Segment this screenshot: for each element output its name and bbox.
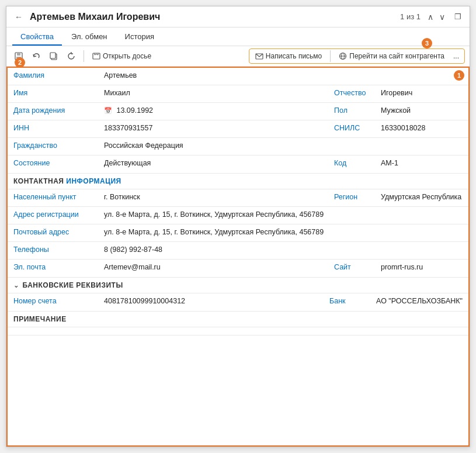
field-row-lastname: Фамилия Артемьев [8,68,468,85]
value-inn: 183370931557 [98,120,328,137]
label-firstname: Имя [8,85,98,102]
label-postal-address: Почтовый адрес [8,224,98,241]
more-button[interactable]: ... [450,50,462,62]
field-row-city: Населенный пункт г. Воткинск Регион Удму… [8,189,468,207]
toolbar-divider-2 [330,50,331,62]
label-reg-address: Адрес регистрации [8,207,98,224]
badge-1: 1 [454,70,464,81]
value-snils: 16330018028 [375,120,468,137]
value-dob: 📅 13.09.1992 [98,103,328,120]
label-account: Номер счета [8,293,98,311]
field-row-phones: Телефоны 8 (982) 992-87-48 [8,242,468,260]
tab-exchange[interactable]: Эл. обмен [63,29,115,46]
main-window: ← Артемьев Михаил Игоревич 1 из 1 ∧ ∨ ❐ … [6,6,470,447]
value-bank: АО "РОССЕЛЬХОЗБАНК" [370,293,468,311]
value-code: АМ-1 [375,155,468,173]
contact-fields-section: Населенный пункт г. Воткинск Регион Удму… [8,189,468,277]
pagination-label: 1 из 1 [400,12,421,21]
value-status: Действующая [98,155,328,173]
label-inn: ИНН [8,120,98,137]
value-phones: 8 (982) 992-87-48 [98,242,468,259]
label-patronymic: Отчество [328,85,375,102]
label-citizenship: Гражданство [8,138,98,155]
page-title: Артемьев Михаил Игоревич [30,12,160,22]
svg-rect-4 [50,53,55,58]
prev-arrow[interactable]: ∧ [425,12,436,22]
title-bar: ← Артемьев Михаил Игоревич 1 из 1 ∧ ∨ ❐ [6,6,470,27]
contact-header-text: КОНТАКТНАЯ ИНФОРМАЦИЯ [13,177,121,185]
refresh-button[interactable] [64,50,79,63]
label-lastname: Фамилия [8,68,98,85]
badge-3: 3 [422,38,432,49]
field-row-email: Эл. почта Artemev@mail.ru Сайт promrt-ru… [8,260,468,277]
note-header-text: ПРИМЕЧАНИЕ [13,315,67,323]
label-bank: Банк [324,293,370,311]
toolbar: Открыть досье Написать письмо Перейти на… [6,46,470,67]
bank-header-text: БАНКОВСКИЕ РЕКВИЗИТЫ [23,281,123,289]
value-postal-address: ул. 8-е Марта, д. 15, г. Воткинск, Удмур… [98,224,468,241]
value-reg-address: ул. 8-е Марта, д. 15, г. Воткинск, Удмур… [98,207,468,224]
svg-rect-1 [17,53,20,56]
next-arrow[interactable]: ∨ [437,12,447,22]
value-patronymic: Игоревич [375,85,468,102]
bank-section-header: ⌄ БАНКОВСКИЕ РЕКВИЗИТЫ [8,277,468,293]
value-firstname: Михаил [98,85,328,102]
bank-chevron-icon[interactable]: ⌄ [13,282,19,289]
toolbar-divider [84,50,84,62]
value-gender: Мужской [375,103,468,120]
label-city: Населенный пункт [8,189,98,206]
go-to-site-button[interactable]: Перейти на сайт контрагента [335,50,448,62]
badge-2: 2 [15,57,25,68]
main-fields-section: Фамилия Артемьев Имя Михаил Отчество Иго… [8,68,468,173]
copy-button[interactable] [46,50,61,63]
value-region: Удмуртская Республика [375,189,468,206]
value-site: promrt-rus.ru [375,260,468,277]
tab-properties[interactable]: Свойства [12,29,62,46]
tab-history[interactable]: История [117,29,162,46]
content-area: Фамилия Артемьев Имя Михаил Отчество Иго… [6,67,470,447]
open-dossier-button[interactable]: Открыть досье [89,50,155,62]
field-row-firstname: Имя Михаил Отчество Игоревич [8,85,468,103]
field-row-citizenship: Гражданство Российская Федерация [8,138,468,155]
field-row-postal-address: Почтовый адрес ул. 8-е Марта, д. 15, г. … [8,224,468,242]
note-content-area [8,327,468,336]
write-letter-button[interactable]: Написать письмо [252,50,325,62]
label-site: Сайт [328,260,375,277]
field-row-account: Номер счета 40817810099910004312 Банк АО… [8,293,468,311]
bank-fields-section: Номер счета 40817810099910004312 Банк АО… [8,293,468,311]
value-account: 40817810099910004312 [98,293,324,311]
value-lastname: Артемьев [98,68,468,85]
value-citizenship: Российская Федерация [98,138,468,155]
note-section-header: ПРИМЕЧАНИЕ [8,311,468,327]
label-phones: Телефоны [8,242,98,259]
calendar-icon: 📅 [104,107,112,114]
tabs-bar: Свойства Эл. обмен История [6,27,470,46]
expand-icon[interactable]: ❐ [452,11,464,22]
back-button[interactable]: ← [12,11,25,23]
field-row-dob: Дата рождения 📅 13.09.1992 Пол Мужской [8,103,468,120]
nav-arrows: ∧ ∨ [425,12,447,22]
value-email: Artemev@mail.ru [98,260,328,277]
label-email: Эл. почта [8,260,98,277]
label-code: Код [328,155,375,173]
contact-section-header: КОНТАКТНАЯ ИНФОРМАЦИЯ [8,173,468,189]
toolbar-actions-group: Написать письмо Перейти на сайт контраге… [249,49,465,64]
field-row-inn: ИНН 183370931557 СНИЛС 16330018028 [8,120,468,138]
field-row-reg-address: Адрес регистрации ул. 8-е Марта, д. 15, … [8,207,468,224]
label-gender: Пол [328,103,375,120]
undo-button[interactable] [29,50,44,63]
label-dob: Дата рождения [8,103,98,120]
value-city: г. Воткинск [98,189,328,206]
label-region: Регион [328,189,375,206]
label-status: Состояние [8,155,98,173]
field-row-status: Состояние Действующая Код АМ-1 [8,155,468,173]
label-snils: СНИЛС [328,120,375,137]
